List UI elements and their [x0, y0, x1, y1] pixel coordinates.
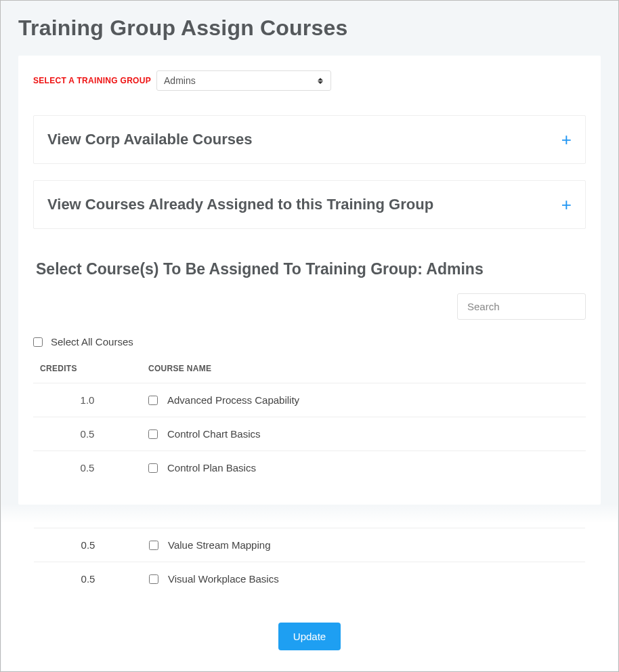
course-cell: Control Chart Basics [142, 417, 586, 451]
course-name: Value Stream Mapping [168, 539, 270, 551]
course-checkbox[interactable] [148, 429, 158, 439]
courses-table: CREDITS COURSE NAME 1.0 Advanced Process… [33, 354, 586, 484]
accordion-corp-available[interactable]: View Corp Available Courses + [33, 115, 586, 164]
courses-table-bottom: 0.5 Value Stream Mapping 0.5 Visual Work… [34, 528, 585, 595]
select-all-row: Select All Courses [33, 336, 586, 354]
accordion-title: View Corp Available Courses [47, 131, 252, 148]
course-name: Advanced Process Capability [167, 394, 299, 406]
select-all-label: Select All Courses [51, 336, 133, 348]
course-name: Control Chart Basics [167, 428, 261, 440]
accordion-assigned-courses[interactable]: View Courses Already Assigned to this Tr… [33, 180, 586, 229]
credits-cell: 0.5 [33, 417, 142, 451]
table-row: 0.5 Control Plan Basics [33, 451, 586, 485]
table-row: 0.5 Visual Workplace Basics [34, 562, 585, 596]
training-group-selector-row: SELECT A TRAINING GROUP Admins [33, 70, 586, 91]
search-row [33, 293, 586, 320]
course-checkbox[interactable] [148, 396, 158, 405]
course-cell: Control Plan Basics [142, 451, 586, 485]
course-checkbox[interactable] [149, 574, 158, 584]
training-group-select[interactable]: Admins [156, 70, 331, 91]
assign-section-heading: Select Course(s) To Be Assigned To Train… [36, 260, 586, 278]
plus-icon: + [561, 131, 572, 148]
accordion-title: View Courses Already Assigned to this Tr… [47, 196, 433, 213]
table-row: 1.0 Advanced Process Capability [33, 383, 586, 417]
select-all-checkbox[interactable] [33, 337, 43, 347]
page-title: Training Group Assign Courses [18, 6, 601, 56]
training-group-label: SELECT A TRAINING GROUP [33, 76, 151, 85]
bottom-block: 0.5 Value Stream Mapping 0.5 Visual Work… [1, 528, 618, 671]
course-checkbox[interactable] [148, 463, 158, 473]
credits-cell: 0.5 [33, 451, 142, 485]
update-button[interactable]: Update [278, 623, 341, 650]
credits-cell: 1.0 [33, 383, 142, 417]
course-checkbox[interactable] [149, 541, 158, 550]
course-cell: Advanced Process Capability [142, 383, 586, 417]
course-cell: Value Stream Mapping [142, 528, 585, 562]
course-cell: Visual Workplace Basics [142, 562, 585, 596]
table-row: 0.5 Control Chart Basics [33, 417, 586, 451]
plus-icon: + [561, 196, 572, 213]
main-panel: SELECT A TRAINING GROUP Admins View Corp… [18, 56, 601, 505]
col-credits: CREDITS [33, 354, 142, 383]
course-name: Control Plan Basics [167, 462, 256, 474]
actions-row: Update [34, 623, 585, 650]
col-course-name: COURSE NAME [142, 354, 586, 383]
table-row: 0.5 Value Stream Mapping [34, 528, 585, 562]
course-name: Visual Workplace Basics [168, 573, 279, 585]
credits-cell: 0.5 [34, 562, 142, 596]
training-group-select-wrap: Admins [156, 70, 331, 91]
search-input[interactable] [457, 293, 586, 320]
credits-cell: 0.5 [34, 528, 142, 562]
